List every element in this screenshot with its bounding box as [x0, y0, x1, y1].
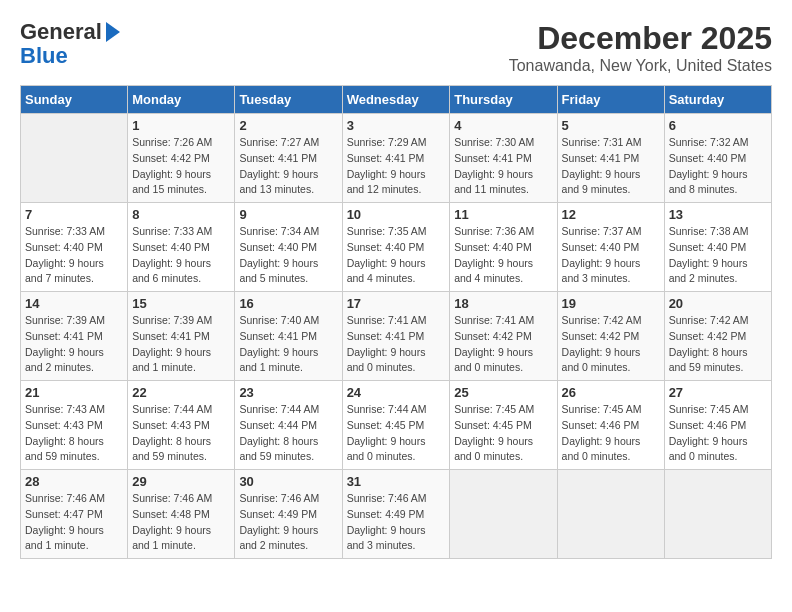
- day-detail: Sunrise: 7:30 AM Sunset: 4:41 PM Dayligh…: [454, 135, 552, 198]
- day-number: 2: [239, 118, 337, 133]
- page-title: December 2025: [509, 20, 772, 57]
- day-detail: Sunrise: 7:34 AM Sunset: 4:40 PM Dayligh…: [239, 224, 337, 287]
- day-detail: Sunrise: 7:45 AM Sunset: 4:46 PM Dayligh…: [562, 402, 660, 465]
- day-number: 19: [562, 296, 660, 311]
- day-detail: Sunrise: 7:27 AM Sunset: 4:41 PM Dayligh…: [239, 135, 337, 198]
- calendar-cell: 5 Sunrise: 7:31 AM Sunset: 4:41 PM Dayli…: [557, 114, 664, 203]
- calendar-cell: 1 Sunrise: 7:26 AM Sunset: 4:42 PM Dayli…: [128, 114, 235, 203]
- calendar-cell: 30 Sunrise: 7:46 AM Sunset: 4:49 PM Dayl…: [235, 470, 342, 559]
- day-number: 10: [347, 207, 446, 222]
- calendar-cell: 14 Sunrise: 7:39 AM Sunset: 4:41 PM Dayl…: [21, 292, 128, 381]
- logo-arrow-icon: [106, 22, 120, 42]
- day-detail: Sunrise: 7:39 AM Sunset: 4:41 PM Dayligh…: [132, 313, 230, 376]
- calendar-cell: 10 Sunrise: 7:35 AM Sunset: 4:40 PM Dayl…: [342, 203, 450, 292]
- day-number: 17: [347, 296, 446, 311]
- day-header-thursday: Thursday: [450, 86, 557, 114]
- calendar-cell: 7 Sunrise: 7:33 AM Sunset: 4:40 PM Dayli…: [21, 203, 128, 292]
- day-detail: Sunrise: 7:37 AM Sunset: 4:40 PM Dayligh…: [562, 224, 660, 287]
- day-header-wednesday: Wednesday: [342, 86, 450, 114]
- day-number: 9: [239, 207, 337, 222]
- day-detail: Sunrise: 7:42 AM Sunset: 4:42 PM Dayligh…: [562, 313, 660, 376]
- day-number: 3: [347, 118, 446, 133]
- day-number: 21: [25, 385, 123, 400]
- day-detail: Sunrise: 7:41 AM Sunset: 4:42 PM Dayligh…: [454, 313, 552, 376]
- day-number: 25: [454, 385, 552, 400]
- day-number: 4: [454, 118, 552, 133]
- day-detail: Sunrise: 7:46 AM Sunset: 4:48 PM Dayligh…: [132, 491, 230, 554]
- calendar-cell: 21 Sunrise: 7:43 AM Sunset: 4:43 PM Dayl…: [21, 381, 128, 470]
- day-number: 15: [132, 296, 230, 311]
- day-detail: Sunrise: 7:32 AM Sunset: 4:40 PM Dayligh…: [669, 135, 767, 198]
- day-detail: Sunrise: 7:45 AM Sunset: 4:45 PM Dayligh…: [454, 402, 552, 465]
- header: General Blue December 2025 Tonawanda, Ne…: [20, 20, 772, 75]
- calendar-week-row: 14 Sunrise: 7:39 AM Sunset: 4:41 PM Dayl…: [21, 292, 772, 381]
- day-detail: Sunrise: 7:39 AM Sunset: 4:41 PM Dayligh…: [25, 313, 123, 376]
- day-number: 12: [562, 207, 660, 222]
- day-number: 26: [562, 385, 660, 400]
- day-detail: Sunrise: 7:43 AM Sunset: 4:43 PM Dayligh…: [25, 402, 123, 465]
- title-area: December 2025 Tonawanda, New York, Unite…: [509, 20, 772, 75]
- calendar-header-row: SundayMondayTuesdayWednesdayThursdayFrid…: [21, 86, 772, 114]
- day-number: 27: [669, 385, 767, 400]
- day-number: 23: [239, 385, 337, 400]
- logo: General Blue: [20, 20, 120, 68]
- calendar-cell: 31 Sunrise: 7:46 AM Sunset: 4:49 PM Dayl…: [342, 470, 450, 559]
- day-number: 20: [669, 296, 767, 311]
- calendar-cell: 23 Sunrise: 7:44 AM Sunset: 4:44 PM Dayl…: [235, 381, 342, 470]
- day-detail: Sunrise: 7:36 AM Sunset: 4:40 PM Dayligh…: [454, 224, 552, 287]
- day-detail: Sunrise: 7:40 AM Sunset: 4:41 PM Dayligh…: [239, 313, 337, 376]
- calendar-cell: 13 Sunrise: 7:38 AM Sunset: 4:40 PM Dayl…: [664, 203, 771, 292]
- day-number: 7: [25, 207, 123, 222]
- day-detail: Sunrise: 7:38 AM Sunset: 4:40 PM Dayligh…: [669, 224, 767, 287]
- calendar-cell: [450, 470, 557, 559]
- day-detail: Sunrise: 7:42 AM Sunset: 4:42 PM Dayligh…: [669, 313, 767, 376]
- day-number: 8: [132, 207, 230, 222]
- day-detail: Sunrise: 7:31 AM Sunset: 4:41 PM Dayligh…: [562, 135, 660, 198]
- calendar-cell: 4 Sunrise: 7:30 AM Sunset: 4:41 PM Dayli…: [450, 114, 557, 203]
- calendar-cell: 9 Sunrise: 7:34 AM Sunset: 4:40 PM Dayli…: [235, 203, 342, 292]
- calendar-cell: 3 Sunrise: 7:29 AM Sunset: 4:41 PM Dayli…: [342, 114, 450, 203]
- day-header-sunday: Sunday: [21, 86, 128, 114]
- day-number: 30: [239, 474, 337, 489]
- day-number: 28: [25, 474, 123, 489]
- calendar-cell: [21, 114, 128, 203]
- day-detail: Sunrise: 7:44 AM Sunset: 4:44 PM Dayligh…: [239, 402, 337, 465]
- calendar-cell: 15 Sunrise: 7:39 AM Sunset: 4:41 PM Dayl…: [128, 292, 235, 381]
- day-detail: Sunrise: 7:46 AM Sunset: 4:49 PM Dayligh…: [347, 491, 446, 554]
- day-number: 11: [454, 207, 552, 222]
- logo-text: General: [20, 20, 102, 44]
- calendar-cell: 8 Sunrise: 7:33 AM Sunset: 4:40 PM Dayli…: [128, 203, 235, 292]
- calendar-cell: 6 Sunrise: 7:32 AM Sunset: 4:40 PM Dayli…: [664, 114, 771, 203]
- day-number: 5: [562, 118, 660, 133]
- day-detail: Sunrise: 7:29 AM Sunset: 4:41 PM Dayligh…: [347, 135, 446, 198]
- calendar-week-row: 28 Sunrise: 7:46 AM Sunset: 4:47 PM Dayl…: [21, 470, 772, 559]
- day-number: 24: [347, 385, 446, 400]
- day-header-friday: Friday: [557, 86, 664, 114]
- calendar-cell: 18 Sunrise: 7:41 AM Sunset: 4:42 PM Dayl…: [450, 292, 557, 381]
- calendar-table: SundayMondayTuesdayWednesdayThursdayFrid…: [20, 85, 772, 559]
- day-number: 13: [669, 207, 767, 222]
- day-number: 6: [669, 118, 767, 133]
- day-header-tuesday: Tuesday: [235, 86, 342, 114]
- day-header-saturday: Saturday: [664, 86, 771, 114]
- day-detail: Sunrise: 7:46 AM Sunset: 4:47 PM Dayligh…: [25, 491, 123, 554]
- day-number: 22: [132, 385, 230, 400]
- day-number: 29: [132, 474, 230, 489]
- day-number: 16: [239, 296, 337, 311]
- calendar-cell: 12 Sunrise: 7:37 AM Sunset: 4:40 PM Dayl…: [557, 203, 664, 292]
- calendar-cell: 24 Sunrise: 7:44 AM Sunset: 4:45 PM Dayl…: [342, 381, 450, 470]
- calendar-cell: 27 Sunrise: 7:45 AM Sunset: 4:46 PM Dayl…: [664, 381, 771, 470]
- calendar-cell: [664, 470, 771, 559]
- day-number: 18: [454, 296, 552, 311]
- calendar-cell: 28 Sunrise: 7:46 AM Sunset: 4:47 PM Dayl…: [21, 470, 128, 559]
- calendar-cell: 29 Sunrise: 7:46 AM Sunset: 4:48 PM Dayl…: [128, 470, 235, 559]
- day-number: 1: [132, 118, 230, 133]
- calendar-week-row: 21 Sunrise: 7:43 AM Sunset: 4:43 PM Dayl…: [21, 381, 772, 470]
- logo-text-blue: Blue: [20, 44, 68, 68]
- calendar-cell: 26 Sunrise: 7:45 AM Sunset: 4:46 PM Dayl…: [557, 381, 664, 470]
- calendar-cell: 11 Sunrise: 7:36 AM Sunset: 4:40 PM Dayl…: [450, 203, 557, 292]
- calendar-cell: [557, 470, 664, 559]
- calendar-week-row: 7 Sunrise: 7:33 AM Sunset: 4:40 PM Dayli…: [21, 203, 772, 292]
- day-detail: Sunrise: 7:46 AM Sunset: 4:49 PM Dayligh…: [239, 491, 337, 554]
- calendar-cell: 19 Sunrise: 7:42 AM Sunset: 4:42 PM Dayl…: [557, 292, 664, 381]
